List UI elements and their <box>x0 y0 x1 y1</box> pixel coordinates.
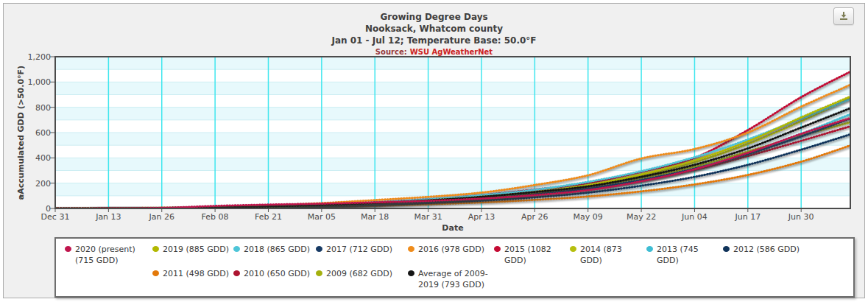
chart-source: Source:WSU AgWeatherNet <box>4 48 864 56</box>
legend-label: 2019 (885 GDD) <box>163 244 229 255</box>
legend-label: 2016 (978 GDD) <box>418 244 484 255</box>
legend-label: 2010 (650 GDD) <box>244 268 310 279</box>
legend-item-2018[interactable]: 2018 (865 GDD) <box>233 244 316 266</box>
legend-label: 2020 (present) (715 GDD) <box>75 244 141 266</box>
chart-subtitle-location: Nooksack, Whatcom county <box>4 23 864 35</box>
legend-label: 2014 (873 GDD) <box>580 244 646 266</box>
x-axis-tick-labels: Dec 31Jan 13Jan 26Feb 08Feb 21Mar 05Mar … <box>55 212 850 222</box>
legend-marker-icon <box>65 246 71 252</box>
legend-item-2012[interactable]: 2012 (586 GDD) <box>723 244 846 266</box>
x-axis-tick-label: Jun 30 <box>788 212 814 222</box>
x-axis-tick-label: Apr 13 <box>468 212 495 222</box>
legend-label: 2018 (865 GDD) <box>244 244 310 255</box>
legend-label: 2011 (498 GDD) <box>163 268 229 279</box>
legend-item-2015[interactable]: 2015 (1082 GDD) <box>494 244 570 266</box>
y-axis-tick-labels: 02004006008001,0001,200 <box>21 57 51 208</box>
legend-label: 2009 (682 GDD) <box>326 268 392 279</box>
legend-label: 2017 (712 GDD) <box>326 244 392 255</box>
chart-subtitle-range: Jan 01 - Jul 12; Temperature Base: 50.0°… <box>4 35 864 46</box>
x-axis-tick-label: Mar 31 <box>414 212 442 222</box>
legend-item-average-of-2009-2019[interactable]: Average of 2009-2019 (793 GDD) <box>408 268 494 290</box>
legend-item-2013[interactable]: 2013 (745 GDD) <box>646 244 723 266</box>
y-axis-tick-label: 200 <box>35 178 51 188</box>
legend-item-2009[interactable]: 2009 (682 GDD) <box>316 268 408 290</box>
y-axis-tick-label: 1,000 <box>28 77 52 87</box>
legend-marker-icon <box>316 246 322 252</box>
x-axis-tick-label: May 22 <box>627 212 656 222</box>
legend-marker-icon <box>233 246 240 252</box>
source-value: WSU AgWeatherNet <box>410 48 493 56</box>
legend-marker-icon <box>316 270 322 276</box>
y-axis-tick-label: 1,200 <box>28 52 52 62</box>
legend-item-2014[interactable]: 2014 (873 GDD) <box>570 244 646 266</box>
legend-marker-icon <box>408 270 414 276</box>
legend-marker-icon <box>152 270 159 276</box>
legend-item-2010[interactable]: 2010 (650 GDD) <box>233 268 316 290</box>
legend-marker-icon <box>494 246 501 252</box>
legend-item-2020[interactable]: 2020 (present) (715 GDD) <box>65 244 152 290</box>
y-axis-tick-label: 600 <box>35 128 51 138</box>
chart-canvas <box>55 57 850 208</box>
x-axis-tick-label: Jun 04 <box>682 212 708 222</box>
x-axis-tick-label: Mar 05 <box>308 212 336 222</box>
legend-label: 2012 (586 GDD) <box>733 244 800 255</box>
x-axis-title: Date <box>442 223 463 233</box>
legend-item-2016[interactable]: 2016 (978 GDD) <box>408 244 494 266</box>
legend-item-2017[interactable]: 2017 (712 GDD) <box>316 244 408 266</box>
x-axis-tick-label: Feb 21 <box>255 212 282 222</box>
legend-marker-icon <box>646 246 653 252</box>
legend-marker-icon <box>723 246 730 252</box>
plot-area <box>55 57 850 208</box>
export-button[interactable] <box>833 7 854 25</box>
legend-item-2019[interactable]: 2019 (885 GDD) <box>152 244 233 266</box>
x-axis-tick-label: Jan 26 <box>149 212 174 222</box>
legend-item-2011[interactable]: 2011 (498 GDD) <box>152 268 233 290</box>
chart-title-block: Growing Degree Days Nooksack, Whatcom co… <box>4 11 864 56</box>
y-axis-tick-label: 400 <box>35 153 51 163</box>
source-label: Source: <box>375 48 407 56</box>
x-axis-tick-label: May 09 <box>574 212 603 222</box>
chart-card: Growing Degree Days Nooksack, Whatcom co… <box>3 3 865 298</box>
legend: 2020 (present) (715 GDD)2019 (885 GDD)20… <box>54 237 855 298</box>
chart-title: Growing Degree Days <box>4 11 864 23</box>
legend-label: Average of 2009-2019 (793 GDD) <box>418 268 489 290</box>
x-axis-tick-label: Jan 13 <box>96 212 121 222</box>
legend-marker-icon <box>233 270 240 276</box>
y-axis-tick-label: 800 <box>35 102 51 112</box>
legend-marker-icon <box>570 246 576 252</box>
x-axis-tick-label: Apr 26 <box>521 212 548 222</box>
x-axis-tick-label: Dec 31 <box>41 212 70 222</box>
legend-marker-icon <box>152 246 159 252</box>
legend-label: 2015 (1082 GDD) <box>504 244 570 266</box>
legend-label: 2013 (745 GDD) <box>657 244 723 266</box>
legend-marker-icon <box>408 246 414 252</box>
download-icon <box>839 10 849 24</box>
x-axis-tick-label: Jun 17 <box>735 212 761 222</box>
x-axis-tick-label: Mar 18 <box>361 212 389 222</box>
x-axis-tick-label: Feb 08 <box>202 212 229 222</box>
